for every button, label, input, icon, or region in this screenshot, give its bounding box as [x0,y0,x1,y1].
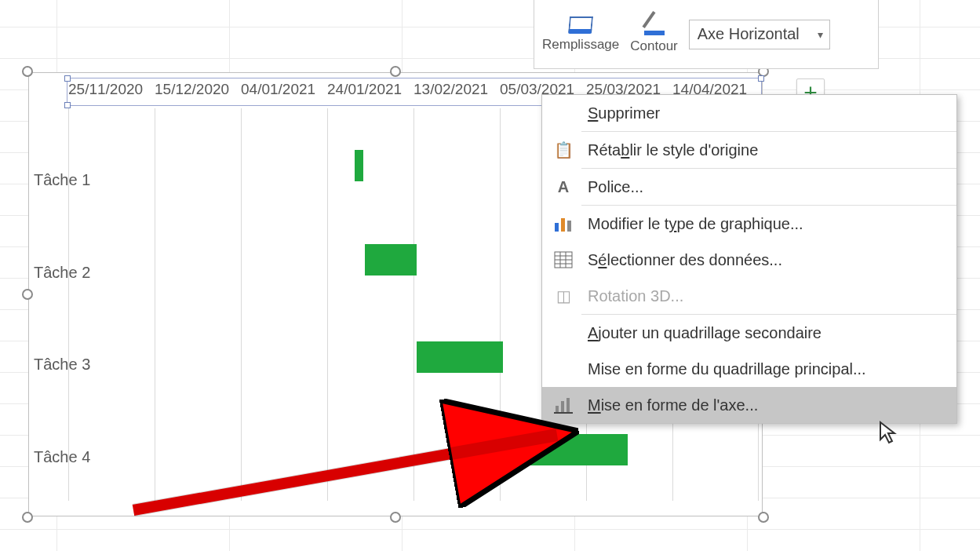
svg-rect-0 [555,223,559,232]
menu-item-font[interactable]: A Police... [542,169,956,205]
outline-button[interactable]: Contour [630,15,677,54]
menu-item-rotation-3d: ◫ Rotation 3D... [542,278,956,314]
fill-button[interactable]: Remplissage [542,16,619,53]
paint-bucket-icon [568,16,593,34]
axis-category-label: Tâche 4 [29,448,123,466]
axis-selection-handle[interactable] [64,102,71,108]
cube-icon: ◫ [552,284,575,308]
resize-handle[interactable] [22,512,33,523]
fill-label: Remplissage [542,37,619,53]
axis-selection-handle[interactable] [758,75,764,82]
menu-item-label: Police... [588,178,643,196]
menu-item-change-chart-type[interactable]: Modifier le type de graphique... [542,206,956,242]
gantt-bar[interactable] [417,341,503,373]
axis-category-label: Tâche 3 [29,356,123,374]
resize-handle[interactable] [390,512,401,523]
axis-format-icon [552,393,575,417]
pen-outline-icon [644,15,665,35]
menu-item-label: Rétablir le style d'origine [588,141,758,159]
menu-item-format-axis[interactable]: Mise en forme de l'axe... [542,387,956,423]
menu-item-label: Modifier le type de graphique... [588,215,803,233]
svg-rect-9 [556,406,559,412]
chart-element-dropdown[interactable]: Axe Horizontal [689,20,830,49]
clipboard-reset-icon: 📋 [552,138,575,162]
menu-item-reset-style[interactable]: 📋 Rétablir le style d'origine [542,132,956,168]
font-a-icon: A [552,175,575,199]
axis-category-label: Tâche 1 [29,171,123,189]
menu-item-format-major-gridlines[interactable]: Mise en forme du quadrillage principal..… [542,351,956,387]
table-select-icon [552,248,575,272]
menu-item-label: Mise en forme du quadrillage principal..… [588,360,866,378]
menu-item-add-secondary-gridlines[interactable]: Ajouter un quadrillage secondaire [542,315,956,351]
menu-item-label: Mise en forme de l'axe... [588,396,758,414]
mini-toolbar: Remplissage Contour Axe Horizontal [534,0,879,69]
resize-handle[interactable] [390,66,401,77]
axis-category-label: Tâche 2 [29,264,123,282]
menu-item-label: Rotation 3D... [588,287,683,305]
menu-item-select-data[interactable]: Sélectionner des données... [542,242,956,278]
chart-columns-icon [552,212,575,235]
svg-rect-1 [561,218,565,232]
resize-handle[interactable] [758,512,769,523]
gantt-bar[interactable] [355,150,363,181]
menu-item-label: Sélectionner des données... [588,251,782,269]
svg-rect-2 [567,221,571,232]
context-menu: Supprimer 📋 Rétablir le style d'origine … [541,94,957,424]
axis-selection-handle[interactable] [64,75,71,82]
outline-label: Contour [630,38,677,54]
svg-rect-11 [567,398,570,412]
resize-handle[interactable] [22,66,33,77]
gantt-bar[interactable] [503,434,627,465]
menu-item-label: Ajouter un quadrillage secondaire [588,324,822,342]
svg-rect-10 [561,401,564,412]
gantt-bar[interactable] [365,244,417,276]
y-axis-labels[interactable]: Tâche 1 Tâche 2 Tâche 3 Tâche 4 [29,134,123,503]
menu-item-delete[interactable]: Supprimer [542,95,956,131]
menu-item-label: Supprimer [588,104,660,122]
dropdown-value: Axe Horizontal [698,25,800,43]
